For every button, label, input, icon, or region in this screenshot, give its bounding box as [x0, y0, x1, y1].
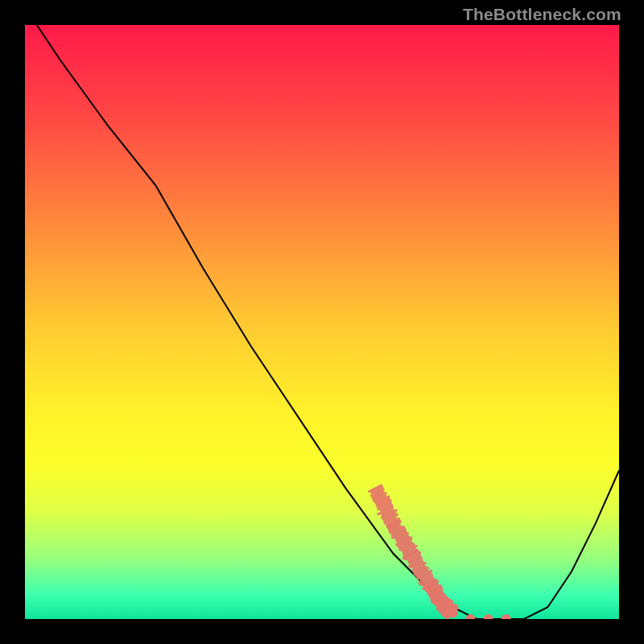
bottleneck-chart [25, 25, 619, 619]
chart-frame: TheBottleneck.com [0, 0, 644, 644]
watermark-text: TheBottleneck.com [463, 5, 621, 24]
svg-point-95 [448, 609, 457, 618]
chart-background [25, 25, 619, 619]
